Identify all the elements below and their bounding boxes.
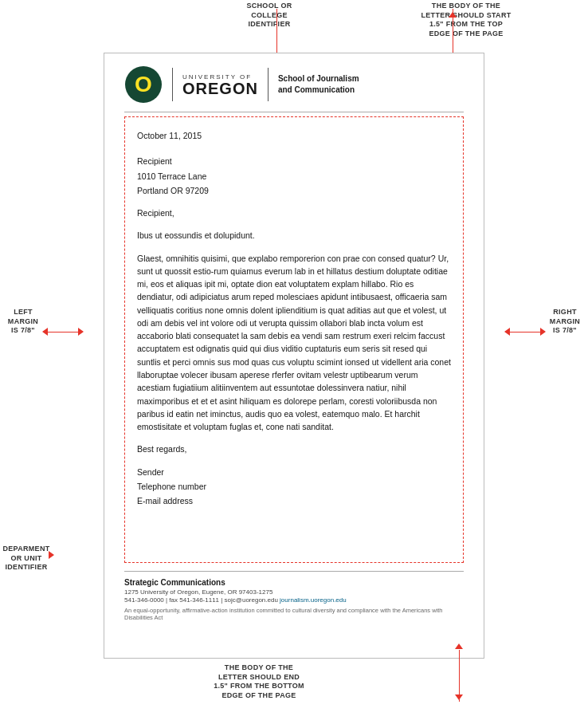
footer-area: Strategic Communications 1275 University… bbox=[124, 571, 464, 625]
body-top-arrow-up bbox=[449, 6, 457, 21]
body-bottom-arrow-up bbox=[455, 638, 463, 652]
arrow-left-icon bbox=[42, 328, 48, 336]
arrow-body-bottom-up-icon bbox=[455, 643, 463, 649]
footer-address: 1275 University of Oregon, Eugene, OR 97… bbox=[124, 588, 464, 596]
top-annotations-area: SCHOOL OR COLLEGE IDENTIFIER THE BODY OF… bbox=[0, 0, 588, 46]
school-name-line1: School of Journalism bbox=[278, 73, 359, 85]
body-top-annotation: THE BODY OF THE LETTER SHOULD START 1.5"… bbox=[406, 2, 526, 39]
footer-dept-name: Strategic Communications bbox=[124, 578, 464, 587]
letter-text: October 11, 2015 Recipient 1010 Terrace … bbox=[137, 129, 451, 507]
arrow-body-bottom-down-icon bbox=[455, 694, 463, 700]
letter-closing: Best regards, bbox=[137, 443, 451, 455]
body-bottom-arrow-down bbox=[455, 689, 463, 703]
letter-telephone: Telephone number bbox=[137, 480, 451, 493]
school-name-area: School of Journalism and Communication bbox=[278, 73, 359, 96]
school-identifier-annotation: SCHOOL OR COLLEGE IDENTIFIER bbox=[221, 2, 317, 30]
left-margin-annotation: LEFT MARGIN IS 7/8" bbox=[2, 308, 44, 336]
logo-divider bbox=[172, 68, 173, 101]
arrow-dept-icon bbox=[49, 551, 54, 559]
header-divider bbox=[124, 112, 464, 112]
letter-salutation: Recipient, bbox=[137, 207, 451, 219]
letter-address2: Portland OR 97209 bbox=[137, 184, 451, 197]
svg-text:O: O bbox=[135, 72, 152, 96]
letter-recipient-name: Recipient bbox=[137, 155, 451, 167]
footer-website: journalism.uoregon.edu bbox=[280, 596, 347, 604]
arrow-left-2-icon bbox=[504, 328, 510, 336]
dept-annotation: DEPARMENT OR UNIT IDENTIFIER bbox=[2, 545, 50, 573]
footer-equal-opp: An equal-opportunity, affirmative-action… bbox=[124, 607, 464, 621]
oregon-label: OREGON bbox=[182, 81, 258, 96]
letter-address1: 1010 Terrace Lane bbox=[137, 170, 451, 183]
letter-email: E-mail address bbox=[137, 494, 451, 507]
school-divider bbox=[268, 68, 269, 101]
letter-date: October 11, 2015 bbox=[137, 129, 451, 142]
footer-phone: 541-346-0000 | fax 541-346-1111 | sojc@u… bbox=[124, 596, 464, 604]
footer-phone-text: 541-346-0000 | fax 541-346-1111 | sojc@u… bbox=[124, 596, 278, 604]
left-margin-arrow bbox=[42, 328, 84, 336]
arrow-body-top-up-icon bbox=[449, 12, 457, 18]
arrow-right-2-icon bbox=[540, 328, 546, 336]
document: O UNIVERSITY OF OREGON School of Journal… bbox=[104, 53, 484, 659]
letter-opening: Ibus ut eossundis et dolupidunt. bbox=[137, 229, 451, 242]
logo-text: UNIVERSITY OF OREGON bbox=[182, 73, 258, 96]
right-margin-annotation: RIGHT MARGIN IS 7/8" bbox=[544, 308, 586, 336]
uo-logo: O bbox=[124, 65, 163, 104]
school-name-line2: and Communication bbox=[278, 85, 359, 96]
page: SCHOOL OR COLLEGE IDENTIFIER THE BODY OF… bbox=[0, 0, 588, 724]
dept-arrow bbox=[49, 551, 54, 559]
letter-area: October 11, 2015 Recipient 1010 Terrace … bbox=[124, 116, 464, 563]
bottom-annotation-area: THE BODY OF THE LETTER SHOULD END 1.5" F… bbox=[0, 663, 588, 701]
arrow-right-icon bbox=[78, 328, 84, 336]
document-container: LEFT MARGIN IS 7/8" RIGHT MARGIN IS 7/8"… bbox=[52, 53, 536, 659]
logo-area: O UNIVERSITY OF OREGON School of Journal… bbox=[104, 53, 484, 112]
letter-sender: Sender bbox=[137, 466, 451, 478]
letter-body: Glaest, omnihitis quisimi, que explabo r… bbox=[137, 252, 451, 434]
right-margin-arrow bbox=[504, 328, 546, 336]
